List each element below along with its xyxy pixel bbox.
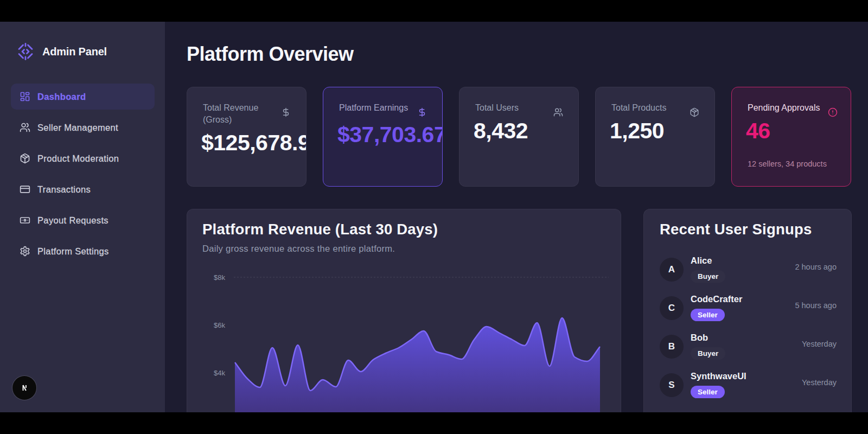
svg-text:$6k: $6k	[214, 321, 225, 329]
svg-text:$4k: $4k	[214, 369, 225, 377]
svg-text:$8k: $8k	[214, 273, 225, 282]
